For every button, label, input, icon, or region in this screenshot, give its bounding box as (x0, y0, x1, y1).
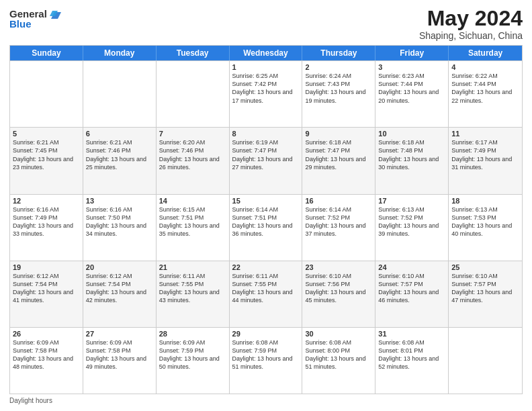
header: General Blue May 2024 Shaping, Sichuan, … (9, 7, 523, 41)
day-number: 11 (451, 130, 519, 138)
cal-cell-day-17: 17Sunrise: 6:13 AM Sunset: 7:52 PM Dayli… (375, 195, 449, 261)
cal-cell-day-7: 7Sunrise: 6:20 AM Sunset: 7:46 PM Daylig… (157, 128, 230, 193)
day-number: 7 (159, 130, 226, 138)
cal-cell-empty-0-0 (10, 61, 83, 127)
day-number: 22 (232, 263, 300, 271)
day-number: 17 (378, 197, 445, 205)
weekday-header-saturday: Saturday (449, 46, 522, 60)
calendar-row-2: 12Sunrise: 6:16 AM Sunset: 7:49 PM Dayli… (10, 194, 522, 261)
cal-cell-day-4: 4Sunrise: 6:22 AM Sunset: 7:44 PM Daylig… (449, 61, 522, 127)
day-number: 30 (305, 330, 372, 338)
day-number: 19 (13, 263, 80, 271)
cal-cell-empty-0-2 (157, 61, 230, 127)
cal-cell-day-30: 30Sunrise: 6:08 AM Sunset: 8:00 PM Dayli… (302, 328, 375, 394)
cell-info: Sunrise: 6:10 AM Sunset: 7:56 PM Dayligh… (305, 272, 372, 305)
day-number: 12 (13, 197, 80, 205)
cell-info: Sunrise: 6:08 AM Sunset: 7:59 PM Dayligh… (232, 338, 300, 371)
day-number: 9 (305, 130, 372, 138)
calendar-row-4: 26Sunrise: 6:09 AM Sunset: 7:58 PM Dayli… (10, 327, 522, 394)
cell-info: Sunrise: 6:14 AM Sunset: 7:52 PM Dayligh… (305, 205, 372, 238)
day-number: 4 (451, 63, 519, 71)
cal-cell-day-8: 8Sunrise: 6:19 AM Sunset: 7:47 PM Daylig… (230, 128, 303, 193)
day-number: 10 (378, 130, 445, 138)
day-number: 2 (305, 63, 372, 71)
cell-info: Sunrise: 6:13 AM Sunset: 7:53 PM Dayligh… (451, 205, 519, 238)
daylight-label: Daylight hours (9, 397, 52, 404)
cal-cell-day-21: 21Sunrise: 6:11 AM Sunset: 7:55 PM Dayli… (157, 261, 230, 327)
calendar-row-1: 5Sunrise: 6:21 AM Sunset: 7:45 PM Daylig… (10, 127, 522, 193)
logo: General Blue (9, 7, 63, 30)
day-number: 18 (451, 197, 519, 205)
footer-note: Daylight hours (9, 397, 523, 404)
cal-cell-day-23: 23Sunrise: 6:10 AM Sunset: 7:56 PM Dayli… (302, 261, 375, 327)
cell-info: Sunrise: 6:12 AM Sunset: 7:54 PM Dayligh… (86, 272, 153, 305)
cal-cell-day-3: 3Sunrise: 6:23 AM Sunset: 7:44 PM Daylig… (375, 61, 449, 127)
cell-info: Sunrise: 6:20 AM Sunset: 7:46 PM Dayligh… (159, 138, 226, 171)
title-block: May 2024 Shaping, Sichuan, China (419, 7, 523, 41)
day-number: 25 (451, 263, 519, 271)
cal-cell-day-20: 20Sunrise: 6:12 AM Sunset: 7:54 PM Dayli… (83, 261, 157, 327)
day-number: 5 (13, 130, 80, 138)
cal-cell-day-26: 26Sunrise: 6:09 AM Sunset: 7:58 PM Dayli… (10, 328, 83, 394)
day-number: 8 (232, 130, 300, 138)
day-number: 28 (159, 330, 226, 338)
cal-cell-day-19: 19Sunrise: 6:12 AM Sunset: 7:54 PM Dayli… (10, 261, 83, 327)
cell-info: Sunrise: 6:09 AM Sunset: 7:58 PM Dayligh… (13, 338, 80, 371)
cell-info: Sunrise: 6:09 AM Sunset: 7:59 PM Dayligh… (159, 338, 226, 371)
cal-cell-day-5: 5Sunrise: 6:21 AM Sunset: 7:45 PM Daylig… (10, 128, 83, 193)
cal-cell-empty-4-6 (449, 328, 522, 394)
cell-info: Sunrise: 6:19 AM Sunset: 7:47 PM Dayligh… (232, 138, 300, 171)
cell-info: Sunrise: 6:18 AM Sunset: 7:48 PM Dayligh… (378, 138, 445, 171)
day-number: 14 (159, 197, 226, 205)
day-number: 29 (232, 330, 300, 338)
calendar: SundayMondayTuesdayWednesdayThursdayFrid… (9, 45, 523, 394)
cal-cell-day-28: 28Sunrise: 6:09 AM Sunset: 7:59 PM Dayli… (157, 328, 230, 394)
cal-cell-day-29: 29Sunrise: 6:08 AM Sunset: 7:59 PM Dayli… (230, 328, 303, 394)
cal-cell-day-25: 25Sunrise: 6:10 AM Sunset: 7:57 PM Dayli… (449, 261, 522, 327)
calendar-row-0: 1Sunrise: 6:25 AM Sunset: 7:42 PM Daylig… (10, 60, 522, 127)
cell-info: Sunrise: 6:11 AM Sunset: 7:55 PM Dayligh… (232, 272, 300, 305)
day-number: 21 (159, 263, 226, 271)
cell-info: Sunrise: 6:08 AM Sunset: 8:00 PM Dayligh… (305, 338, 372, 371)
cal-cell-day-2: 2Sunrise: 6:24 AM Sunset: 7:43 PM Daylig… (302, 61, 375, 127)
cell-info: Sunrise: 6:18 AM Sunset: 7:47 PM Dayligh… (305, 138, 372, 171)
cell-info: Sunrise: 6:16 AM Sunset: 7:49 PM Dayligh… (13, 205, 80, 238)
cal-cell-day-9: 9Sunrise: 6:18 AM Sunset: 7:47 PM Daylig… (302, 128, 375, 193)
cal-cell-day-11: 11Sunrise: 6:17 AM Sunset: 7:49 PM Dayli… (449, 128, 522, 193)
cell-info: Sunrise: 6:24 AM Sunset: 7:43 PM Dayligh… (305, 72, 372, 105)
cal-cell-day-15: 15Sunrise: 6:14 AM Sunset: 7:51 PM Dayli… (230, 195, 303, 261)
day-number: 16 (305, 197, 372, 205)
cell-info: Sunrise: 6:16 AM Sunset: 7:50 PM Dayligh… (86, 205, 153, 238)
cell-info: Sunrise: 6:10 AM Sunset: 7:57 PM Dayligh… (451, 272, 519, 305)
cal-cell-day-24: 24Sunrise: 6:10 AM Sunset: 7:57 PM Dayli… (375, 261, 449, 327)
cal-cell-empty-0-1 (83, 61, 157, 127)
cal-cell-day-31: 31Sunrise: 6:08 AM Sunset: 8:01 PM Dayli… (375, 328, 449, 394)
cell-info: Sunrise: 6:08 AM Sunset: 8:01 PM Dayligh… (378, 338, 445, 371)
logo-icon (48, 7, 63, 21)
day-number: 26 (13, 330, 80, 338)
day-number: 23 (305, 263, 372, 271)
month-title: May 2024 (419, 7, 523, 30)
weekday-header-thursday: Thursday (302, 46, 375, 60)
cal-cell-day-18: 18Sunrise: 6:13 AM Sunset: 7:53 PM Dayli… (449, 195, 522, 261)
cal-cell-day-16: 16Sunrise: 6:14 AM Sunset: 7:52 PM Dayli… (302, 195, 375, 261)
page: General Blue May 2024 Shaping, Sichuan, … (0, 0, 532, 411)
day-number: 31 (378, 330, 445, 338)
day-number: 3 (378, 63, 445, 71)
weekday-header-friday: Friday (375, 46, 449, 60)
location: Shaping, Sichuan, China (419, 30, 523, 41)
calendar-body: 1Sunrise: 6:25 AM Sunset: 7:42 PM Daylig… (10, 60, 522, 394)
cal-cell-day-14: 14Sunrise: 6:15 AM Sunset: 7:51 PM Dayli… (157, 195, 230, 261)
cal-cell-day-13: 13Sunrise: 6:16 AM Sunset: 7:50 PM Dayli… (83, 195, 157, 261)
cell-info: Sunrise: 6:11 AM Sunset: 7:55 PM Dayligh… (159, 272, 226, 305)
cal-cell-day-6: 6Sunrise: 6:21 AM Sunset: 7:46 PM Daylig… (83, 128, 157, 193)
calendar-row-3: 19Sunrise: 6:12 AM Sunset: 7:54 PM Dayli… (10, 261, 522, 327)
day-number: 1 (232, 63, 300, 71)
cell-info: Sunrise: 6:12 AM Sunset: 7:54 PM Dayligh… (13, 272, 80, 305)
cell-info: Sunrise: 6:13 AM Sunset: 7:52 PM Dayligh… (378, 205, 445, 238)
day-number: 27 (86, 330, 153, 338)
logo-blue-text: Blue (9, 19, 32, 30)
cell-info: Sunrise: 6:21 AM Sunset: 7:45 PM Dayligh… (13, 138, 80, 171)
day-number: 15 (232, 197, 300, 205)
weekday-header-wednesday: Wednesday (230, 46, 303, 60)
